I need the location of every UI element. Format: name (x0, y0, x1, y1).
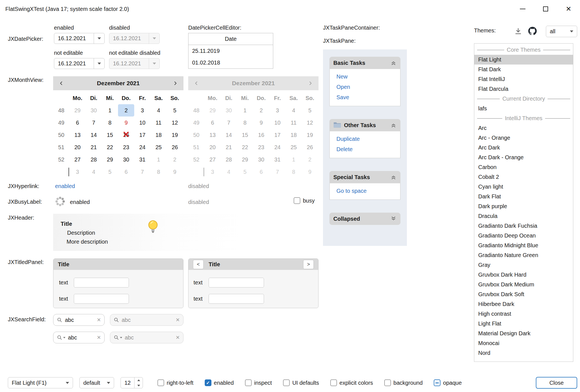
day-cell[interactable]: 11 (150, 117, 167, 129)
chevron-down-icon[interactable] (94, 33, 104, 44)
taskpane-header[interactable]: Collapsed (329, 213, 400, 225)
taskpane-link[interactable]: Save (330, 92, 400, 103)
theme-item[interactable]: Gruvbox Dark Medium (474, 280, 573, 289)
github-icon[interactable] (528, 27, 537, 37)
theme-item[interactable]: Gruvbox Dark Soft (474, 289, 573, 299)
theme-item[interactable]: Monocai (474, 338, 573, 348)
theme-item[interactable]: lafs (474, 104, 573, 113)
theme-item[interactable]: Flat IntelliJ (474, 74, 573, 84)
checkbox-right-to-left[interactable]: right-to-left (157, 379, 194, 386)
table-row[interactable]: 01.02.2018 (188, 57, 273, 68)
maximize-button[interactable] (534, 0, 557, 18)
next-month-button[interactable] (171, 79, 180, 87)
day-cell[interactable]: 9 (167, 166, 183, 178)
theme-item[interactable]: Light Flat (474, 319, 573, 329)
theme-item[interactable]: Cobalt 2 (474, 172, 573, 182)
day-cell[interactable]: 14 (86, 129, 102, 141)
day-cell[interactable]: 30 (86, 104, 102, 117)
taskpane-header[interactable]: Other Tasks (329, 119, 400, 131)
panel-left-button[interactable]: < (193, 260, 204, 269)
checkbox-explicit-colors[interactable]: explicit colors (330, 379, 373, 386)
spinner-up-button[interactable] (135, 377, 143, 383)
theme-item[interactable]: Gray (474, 260, 573, 270)
day-cell[interactable]: 2 (167, 153, 183, 166)
hyperlink-enabled[interactable]: enabled (55, 183, 75, 189)
theme-item[interactable]: Arc Dark (474, 143, 573, 153)
taskpane-header[interactable]: Special Tasks (329, 171, 400, 183)
checkbox-background[interactable]: background (384, 379, 423, 386)
themes-filter-select[interactable]: all (546, 26, 577, 37)
day-cell[interactable]: 29 (69, 104, 86, 117)
spinner-down-button[interactable] (135, 383, 143, 388)
day-cell[interactable]: 4 (86, 166, 102, 178)
theme-item[interactable]: Arc Dark - Orange (474, 153, 573, 162)
taskpane-link[interactable]: Go to space (330, 186, 400, 196)
day-cell[interactable]: 29 (102, 153, 118, 166)
theme-item[interactable]: Nord (474, 348, 573, 358)
clear-icon[interactable]: ✕ (176, 334, 180, 341)
theme-item[interactable]: Dracula (474, 211, 573, 221)
checkbox-inspect[interactable]: inspect (245, 379, 272, 386)
day-cell[interactable]: 28 (86, 153, 102, 166)
close-button[interactable]: Close (536, 377, 577, 389)
theme-item[interactable]: Flat Dark (474, 65, 573, 74)
text-input[interactable] (74, 278, 129, 288)
search-field[interactable]: abc✕ (53, 332, 105, 343)
day-cell[interactable]: 2 (118, 104, 134, 117)
taskpane-link[interactable]: Delete (330, 144, 400, 155)
day-cell[interactable]: 24 (134, 141, 150, 153)
laf-select[interactable]: Flat Light (F1) (8, 377, 73, 388)
chevron-down-icon[interactable] (94, 58, 104, 69)
day-cell[interactable]: 3 (134, 104, 150, 117)
day-cell[interactable]: 13 (69, 129, 86, 141)
theme-item[interactable]: Gradianto Midnight Blue (474, 241, 573, 250)
day-cell[interactable]: 27 (69, 153, 86, 166)
day-cell[interactable]: 6 (118, 166, 134, 178)
day-cell[interactable]: 17 (134, 129, 150, 141)
table-column-header[interactable]: Date (188, 33, 273, 45)
day-cell[interactable]: 1 (102, 104, 118, 117)
theme-item[interactable]: Arc - Orange (474, 133, 573, 143)
search-field[interactable]: abc✕ (53, 314, 105, 326)
day-cell[interactable]: 5 (167, 104, 183, 117)
day-cell[interactable]: 12 (167, 117, 183, 129)
checkbox-opaque[interactable]: opaque (434, 379, 462, 386)
day-cell[interactable]: 20 (69, 141, 86, 153)
taskpane-link[interactable]: Open (330, 82, 400, 92)
minimize-button[interactable] (511, 0, 534, 18)
day-cell[interactable]: 1 (150, 153, 167, 166)
day-cell[interactable]: 10 (134, 117, 150, 129)
day-cell[interactable]: 22 (102, 141, 118, 153)
theme-item[interactable]: Gradianto Deep Ocean (474, 231, 573, 241)
theme-item[interactable]: Flat Darcula (474, 84, 573, 94)
checkbox-enabled[interactable]: ✓enabled (205, 379, 234, 386)
taskpane-link[interactable]: Duplicate (330, 134, 400, 144)
day-cell[interactable]: 4 (150, 104, 167, 117)
day-cell[interactable]: 9 (118, 117, 134, 129)
theme-item[interactable]: Gruvbox Dark Hard (474, 270, 573, 280)
day-cell[interactable]: 6 (69, 117, 86, 129)
panel-right-button[interactable]: > (303, 260, 314, 269)
theme-item[interactable]: Dark purple (474, 201, 573, 211)
table-row[interactable]: 25.11.2019 (188, 45, 273, 57)
theme-item[interactable]: Material Design Dark (474, 329, 573, 338)
day-cell[interactable]: 19 (167, 129, 183, 141)
close-window-button[interactable]: ✕ (557, 0, 580, 18)
day-cell[interactable]: 23 (118, 141, 134, 153)
day-cell[interactable]: 7 (134, 166, 150, 178)
checkbox-ui-defaults[interactable]: UI defaults (283, 379, 319, 386)
taskpane-link[interactable]: New (330, 72, 400, 82)
day-cell[interactable]: 16 (118, 129, 134, 141)
day-cell[interactable]: 3 (69, 166, 86, 178)
theme-item[interactable]: Cyan light (474, 182, 573, 192)
theme-item[interactable]: Gradianto Dark Fuchsia (474, 221, 573, 231)
clear-icon[interactable]: ✕ (97, 317, 101, 323)
busy-checkbox[interactable]: busy (294, 197, 315, 204)
day-cell[interactable]: 21 (86, 141, 102, 153)
theme-item[interactable]: Gradianto Nature Green (474, 250, 573, 260)
taskpane-header[interactable]: Basic Tasks (329, 57, 400, 69)
style-select[interactable]: default (79, 377, 114, 388)
theme-item[interactable]: Hiberbee Dark (474, 299, 573, 309)
text-input[interactable] (209, 294, 264, 304)
datepicker-not-editable[interactable]: 16.12.2021 (54, 58, 105, 69)
